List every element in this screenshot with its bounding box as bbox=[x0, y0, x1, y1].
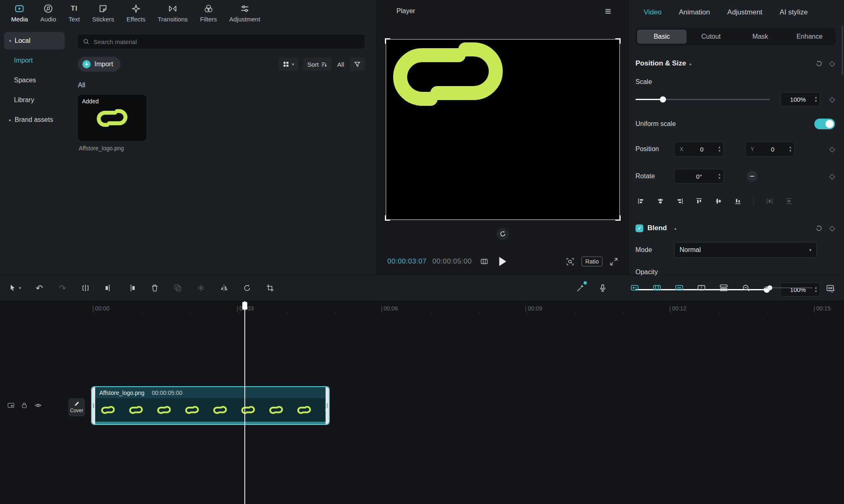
y-stepper[interactable]: ▴▾ bbox=[789, 145, 791, 152]
split-button[interactable] bbox=[81, 282, 91, 293]
trim-left-button[interactable] bbox=[104, 282, 114, 293]
align-right-icon[interactable] bbox=[674, 196, 685, 206]
position-size-header[interactable]: Position & Size ▴ ◇ bbox=[635, 59, 835, 68]
tab-adjustment-inspector[interactable]: Adjustment bbox=[727, 8, 762, 16]
sidebar-item-local[interactable]: ▾ Local bbox=[4, 32, 65, 49]
subtab-enhance[interactable]: Enhance bbox=[785, 30, 835, 44]
tab-ai-stylize[interactable]: AI stylize bbox=[780, 8, 808, 16]
tab-transitions[interactable]: Transitions bbox=[152, 0, 194, 26]
subtab-mask[interactable]: Mask bbox=[736, 30, 785, 44]
inspector-scrollbar[interactable] bbox=[842, 26, 843, 75]
redo-button[interactable]: ↷ bbox=[58, 282, 68, 293]
trim-right-button[interactable] bbox=[127, 282, 137, 293]
media-item-thumbnail[interactable]: Added bbox=[78, 95, 146, 141]
tab-filters[interactable]: Filters bbox=[194, 0, 223, 26]
keyframe-diamond-icon[interactable]: ◇ bbox=[829, 224, 835, 232]
position-y-field[interactable]: Y 0 ▴▾ bbox=[745, 142, 795, 156]
subtab-cutout[interactable]: Cutout bbox=[687, 30, 736, 44]
tab-adjustment[interactable]: Adjustment bbox=[223, 0, 266, 26]
media-item-card[interactable]: Added Affstore_logo.png bbox=[78, 95, 146, 152]
align-center-vertical-icon[interactable] bbox=[713, 196, 724, 206]
tab-effects[interactable]: Effects bbox=[120, 0, 152, 26]
tab-video[interactable]: Video bbox=[644, 8, 661, 16]
scale-value-box[interactable]: 100% ▴▾ bbox=[781, 92, 820, 106]
selection-handle-top-left[interactable] bbox=[385, 38, 390, 44]
track-pip-icon[interactable] bbox=[7, 401, 15, 409]
main-track-magnet-toggle[interactable] bbox=[630, 282, 640, 293]
uniform-scale-toggle[interactable] bbox=[814, 119, 835, 129]
rotate-dial[interactable] bbox=[747, 171, 757, 182]
keyframe-diamond-icon[interactable]: ◇ bbox=[829, 60, 835, 67]
rotate-stepper[interactable]: ▴▾ bbox=[718, 173, 720, 180]
align-top-icon[interactable] bbox=[694, 196, 704, 206]
timeline-zoom-slider[interactable] bbox=[763, 285, 813, 291]
rotate-button[interactable] bbox=[242, 282, 252, 293]
play-button[interactable] bbox=[499, 257, 506, 266]
opacity-stepper[interactable]: ▴▾ bbox=[815, 286, 817, 293]
smart-tools-button[interactable] bbox=[575, 282, 585, 293]
frame-step-icon[interactable] bbox=[481, 258, 488, 265]
tab-media[interactable]: Media bbox=[5, 0, 34, 26]
subtab-basic[interactable]: Basic bbox=[637, 30, 687, 44]
tab-stickers[interactable]: Stickers bbox=[86, 0, 120, 26]
reset-icon[interactable] bbox=[816, 60, 823, 67]
preview-axis-toggle[interactable] bbox=[696, 282, 706, 293]
collapse-caret-icon[interactable]: ▴ bbox=[689, 61, 692, 66]
freeze-frame-button[interactable] bbox=[196, 282, 206, 293]
zoom-fit-button[interactable] bbox=[825, 282, 835, 293]
timeline-clip[interactable]: Affstore_logo.png 00:00:05:00 bbox=[91, 386, 330, 425]
timeline-area[interactable]: 00:00 00:03 00:06 00:09 00:12 00:15 bbox=[0, 301, 844, 504]
tab-audio[interactable]: Audio bbox=[34, 0, 62, 26]
lock-track-icon[interactable] bbox=[20, 401, 28, 409]
position-x-field[interactable]: X 0 ▴▾ bbox=[674, 142, 724, 156]
mirror-button[interactable] bbox=[219, 282, 229, 293]
zoom-out-button[interactable] bbox=[741, 282, 751, 293]
distribute-horizontal-icon[interactable] bbox=[764, 196, 775, 206]
timeline-ruler[interactable]: 00:00 00:03 00:06 00:09 00:12 00:15 bbox=[0, 301, 844, 318]
view-mode-button[interactable]: ▾ bbox=[279, 58, 298, 71]
scale-slider[interactable] bbox=[635, 96, 770, 103]
preview-focus-icon[interactable] bbox=[566, 258, 574, 266]
hide-track-icon[interactable] bbox=[34, 401, 42, 409]
tab-animation[interactable]: Animation bbox=[679, 8, 710, 16]
ratio-button[interactable]: Ratio bbox=[581, 257, 603, 266]
search-bar[interactable] bbox=[78, 35, 365, 49]
crop-button[interactable] bbox=[265, 282, 275, 293]
clip-trim-handle-right[interactable] bbox=[326, 387, 329, 424]
selection-handle-top-right[interactable] bbox=[615, 38, 621, 44]
align-center-horizontal-icon[interactable] bbox=[655, 196, 666, 206]
tab-text[interactable]: TI Text bbox=[62, 0, 86, 26]
auto-snap-toggle[interactable] bbox=[652, 282, 662, 293]
select-tool-button[interactable]: ▾ bbox=[9, 282, 21, 293]
align-left-icon[interactable] bbox=[635, 196, 646, 206]
keyframe-diamond-icon[interactable]: ◇ bbox=[829, 145, 835, 153]
clip-trim-handle-left[interactable] bbox=[92, 387, 95, 424]
keyframe-diamond-icon[interactable]: ◇ bbox=[829, 96, 835, 103]
mute-track-icon[interactable] bbox=[47, 401, 56, 409]
fullscreen-icon[interactable] bbox=[610, 258, 618, 266]
scale-stepper[interactable]: ▴▾ bbox=[815, 96, 817, 103]
filter-button[interactable] bbox=[350, 58, 365, 71]
search-input[interactable] bbox=[94, 38, 360, 45]
sidebar-item-library[interactable]: Library bbox=[4, 91, 65, 109]
sidebar-item-spaces[interactable]: Spaces bbox=[4, 72, 65, 89]
import-button[interactable]: + Import bbox=[78, 57, 120, 72]
record-voiceover-button[interactable] bbox=[598, 282, 607, 293]
blend-mode-select[interactable]: Normal ▾ bbox=[674, 242, 817, 258]
sidebar-item-import[interactable]: Import bbox=[4, 52, 65, 69]
track-height-toggle[interactable] bbox=[719, 282, 729, 293]
sort-button[interactable]: Sort bbox=[303, 58, 332, 71]
filter-all-button[interactable]: All bbox=[336, 61, 345, 68]
rotate-selection-handle[interactable] bbox=[497, 228, 509, 240]
x-stepper[interactable]: ▴▾ bbox=[718, 145, 720, 152]
playhead[interactable] bbox=[244, 301, 245, 504]
duplicate-button[interactable] bbox=[173, 282, 183, 293]
undo-button[interactable]: ↶ bbox=[35, 282, 45, 293]
keyframe-diamond-icon[interactable]: ◇ bbox=[829, 173, 835, 180]
player-canvas[interactable] bbox=[386, 40, 619, 219]
reset-icon[interactable] bbox=[816, 225, 823, 232]
distribute-vertical-icon[interactable] bbox=[783, 196, 794, 206]
delete-button[interactable] bbox=[150, 282, 160, 293]
link-clips-toggle[interactable] bbox=[674, 282, 684, 293]
rotate-field[interactable]: 0° ▴▾ bbox=[674, 169, 724, 184]
